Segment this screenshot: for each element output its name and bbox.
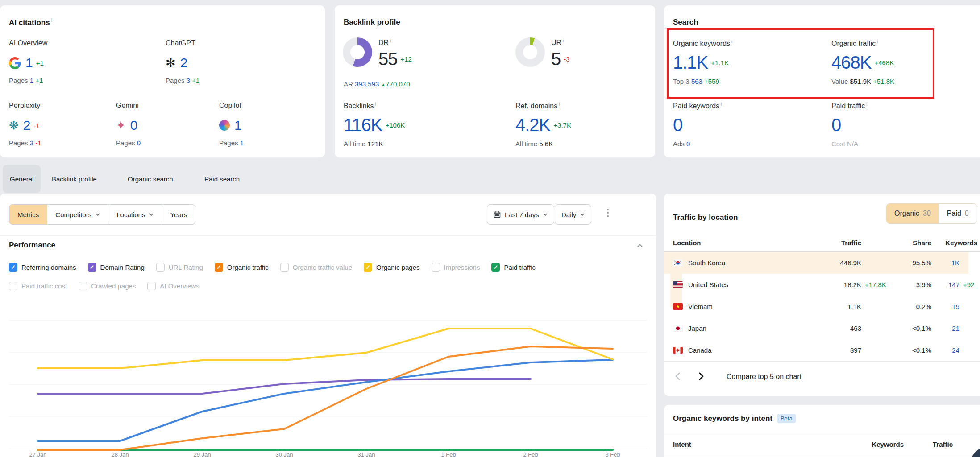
granularity-dropdown[interactable]: Daily [555, 204, 591, 225]
info-icon: i [563, 38, 564, 43]
paid-traffic-label: Paid traffici [831, 102, 868, 110]
table-row[interactable]: Canada 397 <0.1% 24 [664, 339, 980, 361]
copilot-icon [219, 120, 230, 131]
table-row[interactable]: South Korea 446.9K 95.5% 1K [664, 252, 980, 274]
x-axis-tick: 3 Feb [605, 451, 620, 457]
info-icon: i [866, 102, 867, 107]
metric-toggles-row2: Paid traffic cost Crawled pages AI Overv… [9, 282, 199, 290]
toggle-impressions[interactable]: Impressions [432, 263, 480, 272]
chart-x-axis-labels: 27 Jan28 Jan29 Jan30 Jan31 Jan1 Feb2 Feb… [0, 451, 656, 457]
toggle-paid-traffic-cost[interactable]: Paid traffic cost [9, 282, 67, 290]
ai-citations-card: AI citationsi AI Overview 1 +1 Pages 1 +… [0, 5, 325, 157]
toggle-paid[interactable]: Paid 0 [939, 204, 977, 223]
tab-backlink-profile[interactable]: Backlink profile [45, 165, 104, 193]
x-axis-tick: 28 Jan [111, 451, 129, 457]
flag-south-korea-icon [673, 259, 683, 266]
backlink-profile-card: Backlink profile DRi 55 +12 AR 393,593 ▲… [335, 5, 655, 157]
toggle-ai-overviews[interactable]: AI Overviews [147, 282, 199, 290]
ref-domains-value[interactable]: 4.2K [515, 116, 550, 134]
ai-overview-delta: +1 [36, 59, 44, 67]
copilot-label: Copilot [219, 102, 241, 110]
dr-delta: +12 [401, 55, 412, 63]
ur-value: 5 [551, 50, 561, 68]
tab-paid-search[interactable]: Paid search [197, 165, 247, 193]
toggle-domain-rating[interactable]: ✓Domain Rating [88, 263, 145, 272]
locations-dropdown[interactable]: Locations [108, 204, 162, 225]
organic-keywords-label: Organic keywordsi [673, 39, 732, 48]
performance-title: Performance [9, 241, 55, 250]
info-icon: i [731, 39, 732, 44]
prev-page-icon[interactable] [675, 372, 681, 381]
performance-chart [0, 300, 656, 451]
compare-top5-link[interactable]: Compare top 5 on chart [727, 373, 801, 381]
gemini-pages: Pages 0 [116, 139, 141, 147]
ads-line: Ads 0 [673, 140, 690, 148]
cost-line: Cost N/A [831, 140, 858, 148]
tab-general[interactable]: General [3, 165, 41, 193]
backlinks-label: Backlinksi [344, 102, 376, 110]
perplexity-value[interactable]: 2 [23, 119, 31, 132]
chevron-down-icon [96, 213, 100, 216]
toggle-organic[interactable]: Organic 30 [886, 204, 939, 223]
chevron-down-icon [543, 213, 548, 216]
next-page-icon[interactable] [698, 372, 704, 381]
location-table-header: Location Traffic Share Keywords [664, 232, 980, 254]
dr-value: 55 [378, 50, 398, 68]
ai-overview-value[interactable]: 1 [25, 56, 33, 70]
x-axis-tick: 27 Jan [29, 451, 46, 457]
organic-traffic-value[interactable]: 468K [831, 54, 871, 71]
intent-traffic-header: Traffic [913, 441, 953, 448]
table-row[interactable]: Japan 463 <0.1% 21 [664, 317, 980, 339]
x-axis-tick: 31 Jan [357, 451, 375, 457]
toggle-organic-traffic[interactable]: ✓Organic traffic [215, 263, 269, 272]
toggle-organic-traffic-value[interactable]: Organic traffic value [280, 263, 352, 272]
toggle-paid-traffic[interactable]: ✓Paid traffic [491, 263, 536, 272]
perplexity-icon: ❋ [9, 119, 19, 131]
backlink-profile-title: Backlink profile [344, 18, 400, 27]
table-row[interactable]: United States 18.2K +17.8K 3.9% 147 +92 [664, 274, 980, 296]
gemini-value[interactable]: 0 [130, 119, 138, 132]
organic-paid-toggle: Organic 30 Paid 0 [886, 203, 977, 224]
traffic-by-location-title: Traffic by location [673, 213, 738, 222]
tab-organic-search[interactable]: Organic search [120, 165, 180, 193]
table-row[interactable]: Vietnam 1.1K 0.2% 19 [664, 296, 980, 317]
top3-line: Top 3 563 +559 [673, 78, 719, 85]
date-range-dropdown[interactable]: Last 7 days [487, 204, 554, 225]
toggle-organic-pages[interactable]: ✓Organic pages [364, 263, 420, 272]
info-icon: i [877, 39, 878, 44]
x-axis-tick: 29 Jan [193, 451, 211, 457]
toggle-url-rating[interactable]: URL Rating [156, 263, 203, 272]
collapse-chevron-icon[interactable] [637, 244, 643, 247]
x-axis-tick: 1 Feb [441, 451, 456, 457]
toggle-referring-domains[interactable]: ✓Referring domains [9, 263, 76, 272]
flag-japan-icon [673, 325, 683, 332]
x-axis-tick: 2 Feb [523, 451, 538, 457]
intent-keywords-header: Keywords [850, 441, 904, 448]
more-options-icon[interactable]: ⋮ [603, 208, 613, 217]
traffic-value-line: Value $51.9K +51.8K [831, 78, 894, 85]
metrics-button[interactable]: Metrics [9, 204, 47, 225]
chevron-down-icon [580, 213, 585, 216]
paid-traffic-value[interactable]: 0 [831, 115, 841, 135]
chatgpt-pages: Pages 3 +1 [166, 77, 199, 84]
ai-overview-label: AI Overview [9, 39, 47, 47]
ur-delta: -3 [564, 55, 569, 63]
chatgpt-value[interactable]: 2 [180, 56, 188, 70]
toggle-crawled-pages[interactable]: Crawled pages [79, 282, 136, 290]
x-axis-tick: 30 Jan [275, 451, 293, 457]
paid-keywords-value[interactable]: 0 [673, 115, 682, 135]
metric-toggles-row1: ✓Referring domains ✓Domain Rating URL Ra… [9, 263, 536, 272]
years-button[interactable]: Years [162, 204, 195, 225]
organic-keywords-value[interactable]: 1.1K [673, 54, 708, 71]
ar-line: AR 393,593 ▲770,070 [344, 80, 410, 88]
info-icon: i [375, 102, 376, 107]
competitors-dropdown[interactable]: Competitors [47, 204, 108, 225]
calendar-icon [494, 211, 501, 218]
copilot-value[interactable]: 1 [234, 119, 242, 132]
perplexity-pages: Pages 3 -1 [9, 139, 42, 147]
beta-badge: Beta [777, 414, 796, 423]
info-icon: i [390, 38, 391, 43]
ai-citations-title: AI citationsi [9, 18, 52, 27]
backlinks-value[interactable]: 116K [344, 116, 382, 134]
perplexity-label: Perplexity [9, 102, 40, 110]
